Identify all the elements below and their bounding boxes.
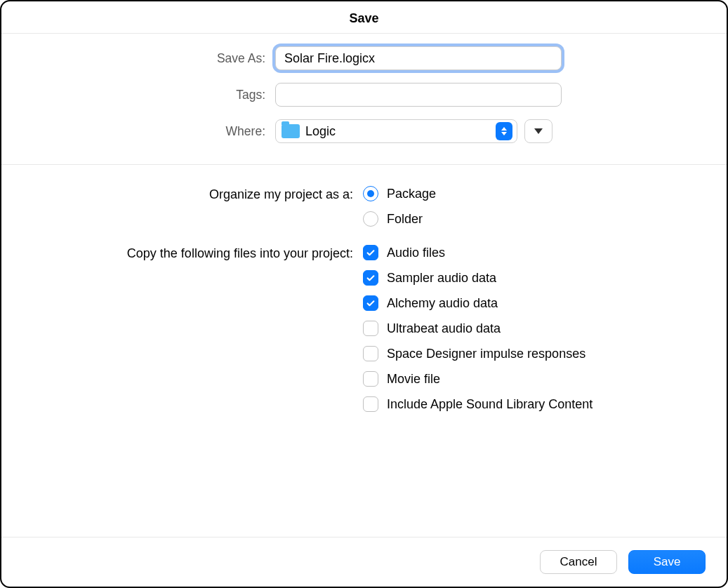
checkbox-icon (363, 396, 378, 412)
copy-checkbox-2[interactable]: Alchemy audio data (363, 295, 593, 311)
where-popup[interactable]: Logic (275, 119, 517, 143)
organize-options: PackageFolder (363, 186, 436, 227)
chevron-down-icon (534, 128, 543, 134)
dialog-footer: Cancel Save (1, 537, 727, 587)
radio-icon (363, 211, 378, 227)
checkbox-label: Audio files (387, 246, 445, 260)
checkbox-label: Sampler audio data (387, 271, 496, 286)
copy-checkbox-4[interactable]: Space Designer impulse responses (363, 346, 593, 361)
save-as-row: Save As: (1, 46, 727, 70)
cancel-button[interactable]: Cancel (540, 550, 617, 574)
checkbox-label: Ultrabeat audio data (387, 321, 501, 336)
save-button[interactable]: Save (628, 550, 706, 574)
organize-radio-package[interactable]: Package (363, 186, 436, 201)
copy-checkbox-5[interactable]: Movie file (363, 371, 593, 387)
copy-checkbox-1[interactable]: Sampler audio data (363, 270, 593, 286)
save-as-label: Save As: (29, 51, 275, 66)
organize-radio-folder[interactable]: Folder (363, 211, 436, 227)
checkbox-label: Alchemy audio data (387, 296, 498, 311)
checkbox-icon (363, 371, 378, 387)
updown-arrows-icon (496, 122, 512, 140)
copy-checkbox-0[interactable]: Audio files (363, 245, 593, 260)
expand-save-panel-button[interactable] (524, 119, 552, 143)
tags-label: Tags: (29, 88, 275, 102)
dialog-title: Save (1, 1, 727, 34)
checkbox-icon (363, 270, 378, 286)
file-fields-section: Save As: Tags: Where: Logic (1, 34, 727, 165)
where-controls: Logic (275, 119, 552, 143)
options-section: Organize my project as a: PackageFolder … (1, 165, 727, 537)
copy-checkbox-3[interactable]: Ultrabeat audio data (363, 321, 593, 336)
checkbox-label: Space Designer impulse responses (387, 347, 585, 361)
folder-icon (282, 124, 300, 138)
tags-row: Tags: (1, 83, 727, 107)
save-dialog: Save Save As: Tags: Where: Logic (0, 0, 728, 588)
checkbox-icon (363, 245, 378, 260)
copy-options: Audio filesSampler audio dataAlchemy aud… (363, 245, 593, 412)
radio-label: Folder (387, 212, 423, 227)
checkbox-icon (363, 321, 378, 336)
save-as-input[interactable] (275, 46, 562, 70)
radio-icon (363, 186, 378, 201)
checkbox-icon (363, 295, 378, 311)
tags-input[interactable] (275, 83, 562, 107)
radio-label: Package (387, 187, 436, 201)
organize-block: Organize my project as a: PackageFolder (29, 186, 699, 227)
copy-checkbox-6[interactable]: Include Apple Sound Library Content (363, 396, 593, 412)
where-value: Logic (305, 124, 496, 139)
copy-block: Copy the following files into your proje… (29, 245, 699, 412)
organize-label: Organize my project as a: (29, 186, 363, 202)
where-label: Where: (29, 124, 275, 139)
checkbox-label: Movie file (387, 372, 440, 387)
where-row: Where: Logic (1, 119, 727, 143)
checkbox-label: Include Apple Sound Library Content (387, 397, 593, 412)
copy-files-label: Copy the following files into your proje… (29, 245, 363, 261)
checkbox-icon (363, 346, 378, 361)
